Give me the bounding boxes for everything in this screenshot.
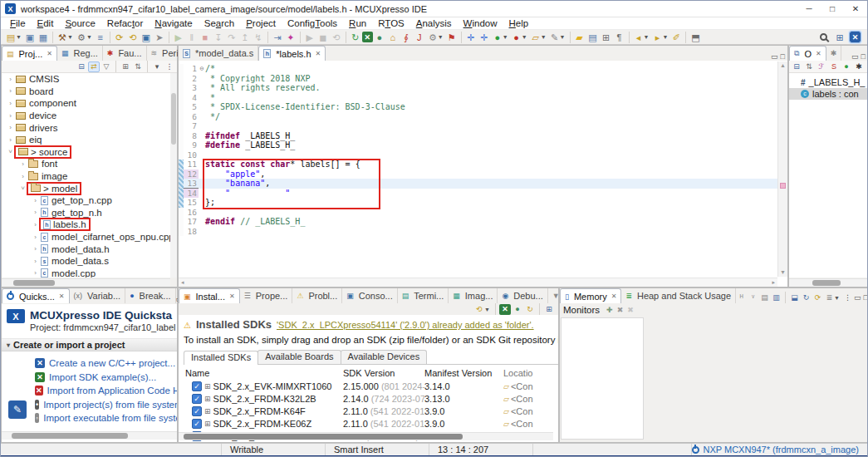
profile-tool-icon[interactable]: ✦ [284, 31, 297, 44]
more-icon[interactable]: ⋮ [164, 61, 175, 72]
project-tab-faults[interactable]: ✱Fau... [103, 46, 147, 61]
tree-item-get-top-n.cpp[interactable]: ›cget_top_n.cpp [2, 194, 170, 207]
open-perspective-icon[interactable]: ⊞ [833, 31, 846, 44]
tree-item-get-top-n.h[interactable]: ›hget_top_n.h [2, 207, 170, 219]
home-icon[interactable]: ⌂ [386, 31, 400, 44]
tree-expand-arrow[interactable]: › [19, 160, 27, 168]
layout-menu-dropdown-arrow[interactable]: ▼ [834, 295, 840, 301]
search-icon[interactable] [817, 31, 830, 44]
code-line-3[interactable]: 3 * All rights reserved. [179, 83, 787, 93]
tree-item-CMSIS[interactable]: ›CMSIS [2, 73, 170, 86]
forward-history-dropdown-arrow[interactable]: ▼ [662, 34, 668, 40]
code-line-8[interactable]: 8#ifndef _LABELS_H_ [179, 131, 787, 141]
code-line-11[interactable]: 11static const char* labels[] = { [179, 160, 787, 170]
menu-source[interactable]: Source [59, 18, 101, 28]
code-line-15[interactable]: 15}; [179, 198, 787, 208]
tree-item-model-data.h[interactable]: ›hmodel_data.h [2, 243, 170, 255]
debug-settings-dropdown-arrow[interactable]: ▼ [438, 34, 444, 40]
step-filters-icon[interactable]: ⇥ [271, 31, 284, 44]
scroll-up-arrow[interactable]: ▲ [778, 61, 787, 70]
minimize-view-icon[interactable]: ▭ [771, 52, 778, 61]
mark-occurrences-dropdown-arrow[interactable]: ▼ [560, 34, 566, 40]
sdk-website-icon[interactable]: ● [512, 304, 523, 315]
scroll-left-arrow[interactable]: ◂ [181, 279, 184, 286]
tree-item--source[interactable]: ˅> source [2, 146, 170, 159]
sdk-tab-installed-sdks[interactable]: ▣Instal...✕ [179, 288, 240, 303]
install-sdk-icon[interactable]: ✕ [499, 304, 511, 315]
sort-outline-icon[interactable]: ⇅ [803, 61, 815, 72]
sdk-row-SDK_2.x_EVK-MIMXRT1060[interactable]: ✓⊞SDK_2.x_EVK-MIMXRT10602.15.000 (801 20… [184, 380, 558, 392]
tree-item-image[interactable]: ›image [2, 170, 170, 183]
code-line-10[interactable]: 10 [179, 150, 787, 160]
minimize-button[interactable]: ─ [797, 4, 821, 13]
tree-expand-arrow[interactable]: › [32, 269, 39, 277]
welcome-globe-icon[interactable]: ● [373, 31, 386, 44]
refresh-debug-icon[interactable]: ↻ [349, 31, 362, 44]
import-app-code-hub-link[interactable]: ✕Import from Application Code Hu [35, 384, 177, 398]
import-sdk-example-link[interactable]: ✕Import SDK example(s)... [35, 371, 177, 385]
tree-item-model-data.s[interactable]: ›smodel_data.s [2, 255, 170, 268]
project-explorer-close-icon[interactable]: ✕ [47, 50, 52, 57]
auto-refresh-icon[interactable]: ⟳ [812, 292, 823, 303]
menu-navigate[interactable]: Navigate [149, 18, 198, 28]
open-console-icon[interactable]: ▣ [140, 31, 153, 44]
tree-expand-arrow[interactable]: › [32, 258, 39, 265]
tree-item--model[interactable]: ˅> model [2, 182, 170, 194]
memory-tab-memory[interactable]: ▯Memory✕ [560, 288, 621, 303]
link-with-editor-icon[interactable]: ⇄ [88, 61, 100, 72]
sdk-row-SDK_2.x_FRDM-K64F[interactable]: ✓⊞SDK_2.x_FRDM-K64F2.11.0 (541 2022-01-3… [184, 405, 558, 417]
collapse-all-outline-icon[interactable]: ⊟ [791, 61, 802, 72]
close-button[interactable]: ✕ [844, 4, 867, 13]
suspend-icon[interactable]: ‖ [185, 31, 199, 44]
run-launch-dropdown-arrow[interactable]: ▼ [522, 34, 527, 40]
new-memory-tab-icon[interactable]: ▤ [759, 292, 770, 303]
quickstart-close-icon[interactable]: ✕ [59, 292, 65, 300]
export-memory-icon[interactable]: ▥ [771, 292, 782, 303]
column-header-locatio[interactable]: Locatio [503, 368, 558, 378]
quickstart-tab-quickstart[interactable]: Quicks...✕ [2, 288, 70, 303]
sdk-checkbox[interactable]: ✓ [192, 406, 202, 416]
tree-expand-arrow[interactable]: › [7, 100, 14, 107]
step-return-icon[interactable]: ↥ [238, 31, 252, 44]
code-line-1[interactable]: 1⊖/* [179, 64, 787, 74]
sdk-tab-problems[interactable]: ⚠Probl... [292, 288, 342, 303]
menu-file[interactable]: File [4, 18, 32, 28]
grid-view-icon[interactable]: ⊞ [600, 31, 613, 44]
project-tab-registers[interactable]: ▦Reg... [57, 46, 103, 61]
link-memory-icon[interactable]: ⬓ [789, 292, 800, 303]
create-project-link[interactable]: ✕Create a new C/C++ project... [35, 356, 177, 371]
sdk-checkbox[interactable]: ✓ [192, 381, 202, 391]
maximize-button[interactable]: □ [821, 4, 844, 13]
menu-edit[interactable]: Edit [32, 18, 60, 28]
drop-to-frame-icon[interactable]: ↯ [252, 31, 265, 44]
tree-item-model.cpp[interactable]: ›cmodel.cpp [2, 268, 170, 278]
monitors-list[interactable] [561, 317, 644, 440]
menu-refactor[interactable]: Refactor [101, 18, 149, 28]
sdk-tab-image-info[interactable]: ▦Imag... [449, 288, 498, 303]
step-over-icon[interactable]: ↷ [225, 31, 238, 44]
toggle-split-icon[interactable]: ᵛ [748, 292, 758, 303]
add-monitor-icon[interactable]: ✚ [606, 306, 613, 314]
tree-expand-arrow[interactable]: ˅ [19, 184, 27, 192]
perspective-develop-icon[interactable]: ✕ [850, 32, 861, 42]
tree-expand-arrow[interactable]: › [7, 124, 14, 131]
import-executable-link[interactable]: ◦Import executable from file syste [35, 411, 177, 425]
column-header-sdk-version[interactable]: SDK Version [343, 368, 424, 378]
external-tools-dropdown-arrow[interactable]: ▼ [541, 34, 547, 40]
highlight-tool-icon[interactable]: ▰ [573, 31, 586, 44]
tree-expand-arrow[interactable]: › [19, 173, 27, 180]
code-line-17[interactable]: 17#endif // _LABELS_H_ [179, 217, 787, 227]
menu-project[interactable]: Project [240, 18, 282, 28]
terminate-icon[interactable]: ■ [199, 31, 212, 44]
tree-expand-arrow[interactable]: › [7, 136, 14, 144]
last-edit-location-icon[interactable]: ✐ [669, 31, 683, 44]
sdk-table-hscrollbar[interactable] [179, 432, 553, 440]
menu-help[interactable]: Help [503, 18, 535, 28]
labels-h-close-icon[interactable]: ✕ [316, 50, 321, 57]
edit-pencil-button[interactable]: ✎ [8, 400, 27, 419]
jlink-tool-icon[interactable]: J [413, 31, 426, 44]
focus-icon[interactable]: ⇅ [132, 61, 144, 72]
select-tool-icon[interactable]: ➤ [153, 31, 166, 44]
flash-tool-icon[interactable]: ⚑ [445, 31, 459, 44]
refresh-icon[interactable]: ⟳ [113, 31, 126, 44]
